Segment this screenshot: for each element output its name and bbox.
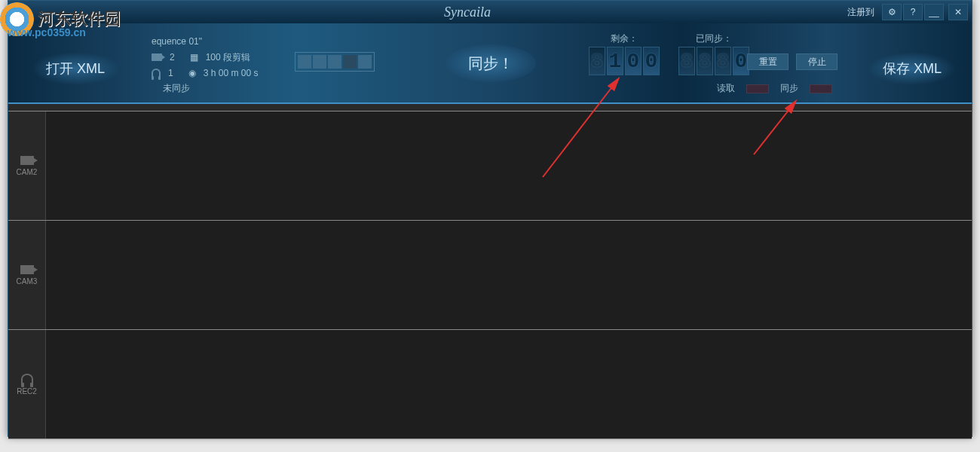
color-swatch[interactable] (313, 55, 326, 69)
synced-counter: 8880 (678, 47, 749, 75)
question-icon: ? (911, 7, 916, 17)
sequence-name: equence 01" (152, 36, 202, 47)
titlebar[interactable]: Syncaila 注册到 ⚙ ? __ ✕ (8, 1, 972, 23)
sync-status-label: 同步 (780, 82, 798, 95)
track-row[interactable]: REC2 (8, 330, 972, 439)
stop-button[interactable]: 停止 (796, 53, 838, 70)
color-swatch[interactable] (343, 55, 357, 69)
camera-icon (20, 265, 34, 274)
close-button[interactable]: ✕ (948, 4, 968, 20)
register-label[interactable]: 注册到 (847, 6, 874, 19)
track-label-cam3[interactable]: CAM3 (8, 221, 46, 329)
counter-section: 剩余： 8100 已同步： 8880 (589, 32, 749, 75)
track-name: CAM3 (17, 277, 38, 286)
settings-button[interactable]: ⚙ (882, 4, 902, 20)
headphone-icon (152, 69, 161, 78)
remaining-counter: 8100 (589, 47, 660, 75)
color-palette[interactable] (295, 52, 375, 72)
sync-status-bar (810, 84, 832, 93)
track-name: CAM2 (17, 168, 38, 176)
video-count: 2 (170, 52, 175, 63)
action-buttons: 重置 停止 (747, 53, 838, 70)
open-xml-button[interactable]: 打开 XML (31, 52, 120, 85)
status-indicators: 读取 同步 (717, 82, 832, 95)
audio-count: 1 (168, 68, 173, 78)
sync-button[interactable]: 同步！ (446, 44, 536, 82)
help-button[interactable]: ? (903, 4, 923, 20)
track-label-rec2[interactable]: REC2 (8, 330, 46, 438)
camera-icon (152, 53, 162, 61)
clips-count: 100 段剪辑 (206, 51, 250, 64)
track-content[interactable] (46, 330, 972, 438)
duration: 3 h 00 m 00 s (204, 68, 259, 78)
synced-label: 已同步： (678, 32, 749, 45)
camera-icon (20, 156, 34, 165)
color-swatch[interactable] (328, 55, 341, 69)
color-swatch[interactable] (358, 55, 372, 69)
sync-status-label: 未同步 (163, 82, 190, 95)
minimize-icon: __ (929, 7, 939, 17)
reset-button[interactable]: 重置 (747, 53, 789, 70)
track-row[interactable]: CAM3 (8, 221, 972, 330)
app-window: Syncaila 注册到 ⚙ ? __ ✕ 打开 XML equence 01"… (8, 0, 972, 437)
close-icon: ✕ (954, 7, 962, 17)
minimize-button[interactable]: __ (924, 4, 944, 20)
gear-icon: ⚙ (888, 7, 896, 17)
track-content[interactable] (46, 221, 972, 329)
track-content[interactable] (46, 111, 972, 220)
track-label-cam2[interactable]: CAM2 (8, 111, 46, 220)
read-status-label: 读取 (717, 82, 735, 95)
track-name: REC2 (17, 387, 37, 396)
save-xml-button[interactable]: 保存 XML (868, 52, 957, 85)
read-status-bar (746, 84, 769, 93)
timeline-ruler[interactable] (8, 104, 972, 111)
color-swatch[interactable] (298, 55, 311, 69)
toolbar: 打开 XML equence 01" 2 ▦ 100 段剪辑 1 ◉ 3 h 0… (8, 23, 972, 102)
headphone-icon (21, 374, 33, 384)
track-row[interactable]: CAM2 (8, 111, 972, 221)
timeline-area[interactable]: CAM2 CAM3 REC2 (8, 102, 972, 436)
app-title: Syncaila (87, 5, 847, 20)
sequence-info: equence 01" 2 ▦ 100 段剪辑 1 ◉ 3 h 00 m 00 … (152, 35, 258, 82)
remaining-label: 剩余： (589, 32, 660, 45)
